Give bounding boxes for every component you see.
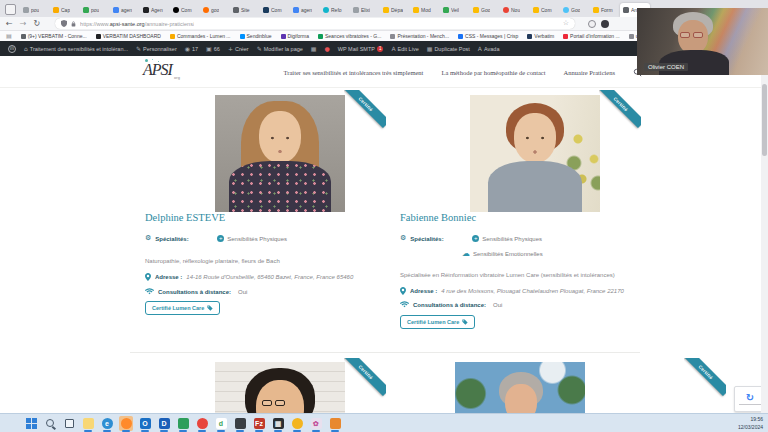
nav-link-methode[interactable]: La méthode par homéopathie de contact	[441, 69, 545, 76]
explorer-app-icon	[83, 418, 94, 429]
taskbar-edge-icon[interactable]: e	[100, 416, 114, 431]
remote-row: Consultations à distance: Oui	[145, 288, 379, 295]
browser-tab[interactable]: Refo	[320, 3, 350, 17]
browser-tab[interactable]: agen	[110, 3, 140, 17]
nav-link-sensibilites[interactable]: Traiter ses sensibilités et intolérances…	[284, 69, 424, 76]
browser-tab[interactable]: Site	[230, 3, 260, 17]
specialty-item[interactable]: Sensibilités Physiques	[472, 235, 542, 242]
bookmark-item[interactable]: Sendinblue	[240, 33, 272, 39]
browser-tab[interactable]: Nou	[500, 3, 530, 17]
adminbar-label: 17	[192, 46, 198, 52]
bookmark-item[interactable]: Présentation - Mench...	[390, 33, 449, 39]
browser-tab[interactable]: Mod	[410, 3, 440, 17]
taskbar-sheets-icon[interactable]	[176, 416, 190, 431]
bookmark-item[interactable]: Digiforma	[281, 33, 309, 39]
bookmark-item[interactable]: (9+) VERBATIM - Conne...	[21, 33, 87, 39]
practitioner-photo[interactable]	[215, 95, 345, 212]
taskbar-chrome-beta-icon[interactable]	[290, 416, 304, 431]
adminbar-item-avada[interactable]: AEdit Live	[391, 46, 418, 52]
extension-icon[interactable]	[588, 20, 596, 28]
taskbar-app-blue-icon[interactable]: D	[157, 416, 171, 431]
taskbar-app-dark-icon[interactable]	[233, 416, 247, 431]
specialty-item[interactable]: Sensibilités Emotionnelles	[462, 250, 543, 258]
bookmark-item[interactable]: VERBATIM DASHBOARD	[96, 33, 161, 39]
bookmark-label: VERBATIM DASHBOARD	[103, 33, 161, 39]
practitioner-photo[interactable]	[455, 362, 585, 413]
adminbar-item-home[interactable]: ⌂Traitement des sensibilités et intoléra…	[24, 46, 128, 52]
practitioner-name[interactable]: Delphine ESTEVE	[145, 212, 225, 223]
browser-tab[interactable]: pou	[20, 3, 50, 17]
browser-tab[interactable]: Dépa	[380, 3, 410, 17]
nav-link-annuaire[interactable]: Annuaire Praticiens	[564, 69, 615, 76]
taskbar-firefox-icon[interactable]	[119, 416, 133, 431]
certified-lumen-care-button[interactable]: Certifié Lumen Care	[400, 315, 475, 329]
taskbar-app-grid-icon[interactable]: ▦	[271, 416, 285, 431]
browser-tab[interactable]: Agen	[140, 3, 170, 17]
bookmark-star-icon[interactable]: ☆	[563, 20, 569, 27]
forward-icon[interactable]: →	[20, 20, 27, 28]
window-menu-icon[interactable]	[5, 4, 16, 15]
bookmark-item[interactable]: Commandes - Lumen ...	[170, 33, 231, 39]
browser-tab[interactable]: Com	[530, 3, 560, 17]
tab-label: Com	[541, 7, 552, 13]
browser-tab[interactable]: Elixi	[350, 3, 380, 17]
taskbar-photos-icon[interactable]: ✿	[309, 416, 323, 431]
gauge-icon: ▦	[311, 46, 317, 52]
adminbar-item-avada[interactable]: AAvada	[478, 46, 500, 52]
browser-tab[interactable]: Veil	[440, 3, 470, 17]
taskbar-explorer-icon[interactable]	[81, 416, 95, 431]
adminbar-item-comment[interactable]: ▣66	[206, 46, 220, 52]
taskbar-outlook-icon[interactable]: O	[138, 416, 152, 431]
reload-icon[interactable]: ↻	[33, 20, 40, 28]
adminbar-item-copy[interactable]: ▦Duplicate Post	[427, 46, 470, 52]
taskbar-filezilla-icon[interactable]: Fz	[252, 416, 266, 431]
browser-tab[interactable]: Form	[590, 3, 620, 17]
adminbar-item-gauge[interactable]: ▦	[311, 46, 317, 52]
adminbar-item-eye[interactable]: ◉17	[185, 46, 198, 52]
browser-tab[interactable]: Cap	[50, 3, 80, 17]
scrollbar-thumb[interactable]	[762, 84, 767, 156]
practitioner-photo[interactable]	[470, 95, 600, 212]
browser-tab[interactable]: Com	[260, 3, 290, 17]
adminbar-item-mail[interactable]: WP Mail SMTP1	[338, 46, 384, 52]
taskbar-task-view-icon[interactable]	[62, 416, 76, 431]
browser-tab[interactable]: Goo	[470, 3, 500, 17]
taskbar-app-orange-icon[interactable]	[328, 416, 342, 431]
adminbar-item-pencil[interactable]: ✎Personnaliser	[136, 46, 177, 52]
taskbar-digiforma-icon[interactable]: d	[214, 416, 228, 431]
shield-icon[interactable]	[61, 20, 67, 27]
certified-lumen-care-button[interactable]: Certifié Lumen Care	[145, 301, 220, 315]
sidebar-toggle-icon[interactable]: ▤	[6, 33, 12, 39]
adminbar-item-pencil[interactable]: ✎Modifier la page	[257, 46, 303, 52]
specialty-item[interactable]: Sensibilités Physiques	[217, 235, 287, 242]
bookmark-item[interactable]: CSS - Messages | Crisp	[458, 33, 518, 39]
extension-icon[interactable]	[601, 20, 609, 28]
back-icon[interactable]: ←	[6, 20, 13, 28]
taskbar-start-icon[interactable]	[24, 416, 38, 431]
practitioner-grid-row2: Certifié Certifié	[130, 356, 640, 413]
bookmark-item[interactable]: Portail d'information ...	[563, 33, 620, 39]
taskbar-clock[interactable]: 19:56 12/03/2024	[738, 416, 763, 431]
page-scrollbar[interactable]	[761, 56, 768, 413]
bookmark-favicon	[629, 34, 634, 39]
practitioner-name[interactable]: Fabienne Bonniec	[400, 212, 476, 223]
tab-favicon	[563, 7, 569, 13]
taskbar-search-icon[interactable]	[43, 416, 57, 431]
adminbar-item-dot[interactable]: ●	[325, 46, 330, 52]
filezilla-app-icon: Fz	[254, 418, 265, 429]
adminbar-item-plus[interactable]: +Créer	[228, 46, 249, 52]
browser-tab[interactable]: Com	[170, 3, 200, 17]
adminbar-item-wordpress[interactable]: W	[8, 45, 16, 53]
browser-tab[interactable]: agen	[290, 3, 320, 17]
practitioner-photo[interactable]	[215, 362, 345, 413]
bookmark-item[interactable]: Verbatim	[527, 33, 554, 39]
site-logo[interactable]: APSI org	[143, 61, 172, 79]
browser-tab[interactable]: pou	[80, 3, 110, 17]
taskbar-chrome-icon[interactable]	[195, 416, 209, 431]
browser-tab[interactable]: Goo	[560, 3, 590, 17]
running-indicator	[255, 430, 263, 432]
url-bar[interactable]: https://www.apsi-sante.org/annuaire-prat…	[55, 18, 575, 29]
bookmark-item[interactable]: Seances vibratoires - G...	[318, 33, 381, 39]
lock-icon[interactable]	[71, 21, 76, 27]
browser-tab[interactable]: goo	[200, 3, 230, 17]
